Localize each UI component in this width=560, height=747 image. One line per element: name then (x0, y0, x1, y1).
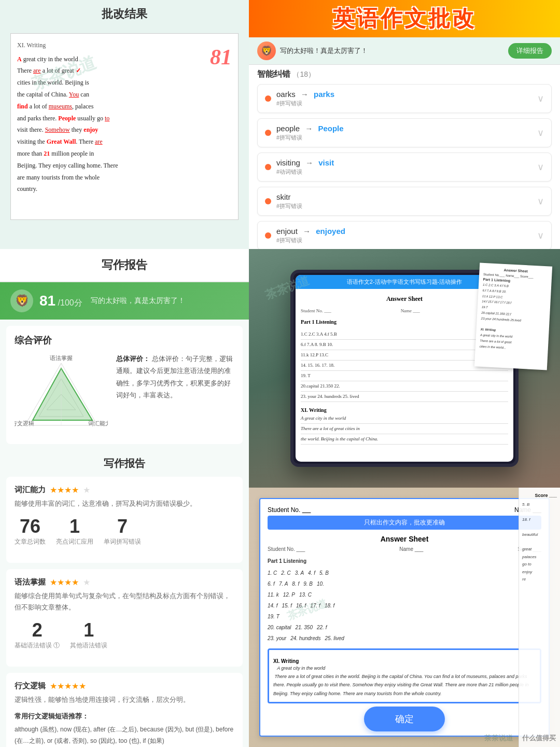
expand-button[interactable]: ∨ (537, 127, 544, 139)
app-header: 🦁 写的太好啦！真是太厉害了！ 详细报告 (249, 37, 560, 65)
logic-stars: ★★★★★ (50, 681, 86, 691)
confirm-button[interactable]: 确定 (364, 707, 445, 731)
correction-dot (265, 164, 271, 170)
writing-label: XI. Writing (273, 658, 536, 664)
main-title: 英语作文批改 (249, 4, 560, 33)
report-title: 写作报告 (0, 249, 249, 282)
correction-type: #拼写错误 (276, 202, 302, 210)
stat-label: 亮点词汇应用 (56, 537, 93, 546)
expand-button[interactable]: ∨ (537, 196, 544, 207)
correction-left: visiting → visit #动词错误 (265, 158, 334, 176)
listening-row-6: 20. capital 21. 350 22. f (268, 622, 541, 632)
correction-count: （18） (292, 70, 315, 78)
stat-number: 1 (70, 619, 107, 641)
correction-left: skitr #拼写错误 (265, 192, 302, 210)
paper-sheet: Answer Sheet Student No.___ Name___ Scor… (474, 262, 552, 370)
listening-title: Part 1 Listening (268, 556, 541, 566)
sheet-inner-header: Student No. ___ Name ___ Score ___ (268, 546, 541, 552)
grammar-section: 语法掌握 ★★★★ ★ 能够综合使用简单句式与复杂句式，在句型结构及标点方面有个… (6, 569, 243, 667)
score-max: /100分 (58, 298, 82, 307)
correction-type: #拼写错误 (276, 237, 345, 244)
correction-words: skitr (276, 192, 302, 201)
listening-row-7: 23. your 24. hundreds 25. lived (268, 633, 541, 643)
stat-number: 2 (15, 619, 60, 641)
vocabulary-desc: 能够使用丰富的词汇，达意准确，拼写及构词方面错误极少。 (15, 498, 234, 509)
svg-marker-6 (33, 368, 92, 420)
stat-basic-errors: 2 基础语法错误 ① (15, 619, 60, 650)
sheet-header: Student No. Name (268, 506, 541, 514)
svg-text:语法掌握: 语法掌握 (50, 355, 73, 361)
overall-section: 综合评价 语法掌握 行文逻辑 词汇能力 (6, 326, 243, 444)
hw-line: A great city in the world (301, 414, 508, 424)
correction-dot (265, 95, 271, 102)
app-header-left: 🦁 写的太好啦！真是太厉害了！ (257, 42, 368, 60)
correction-words: visiting → visit (276, 158, 334, 167)
listening-row-3: 11. k 12. P 13. C (268, 590, 541, 600)
report-button[interactable]: 详细报告 (508, 43, 552, 59)
photo-tablet-view: 语语作文2-活动中学语文书写练习题-活动操作 Answer Sheet Stud… (249, 249, 560, 488)
avatar-icon: 🦁 (257, 42, 276, 60)
stat-spelling-errors: 7 单词拼写错误 (104, 516, 141, 546)
writing-selection-box: XI. Writing A great city in the world Th… (268, 648, 541, 703)
score-main: 81 (39, 293, 55, 309)
right-photos: 语语作文2-活动中学语文书写练习题-活动操作 Answer Sheet Stud… (249, 249, 560, 747)
overall-comment: 总体评价： 总体评价：句子完整，逻辑通顺。建议今后更加注意语法使用的准确性，多学… (116, 353, 234, 402)
score-badge: 81 (210, 38, 232, 77)
correction-detail: oarks → parks #拼写错误 (276, 90, 334, 107)
stat-number: 76 (15, 516, 46, 537)
praise-text: 写的太好啦！真是太厉害了！ (280, 46, 368, 56)
hw-line: 20.capital 21.350 22. (301, 382, 508, 392)
essay-panel: 批改结果 81 XI. Writing A great city in the … (0, 0, 249, 249)
listening-row-4: 14. f 15. f 16. f 17. f 18. f (268, 601, 541, 611)
correction-type: #拼写错误 (276, 100, 334, 107)
stat-highlight-words: 1 亮点词汇应用 (56, 516, 93, 546)
highlight-banner: 只框出作文内容，批改更准确 (268, 516, 541, 530)
correction-words: enjout → enjoyed (276, 227, 345, 236)
detail-report-title: 写作报告 (0, 450, 249, 471)
correction-app-panel: 英语作文批改 🦁 写的太好啦！真是太厉害了！ 详细报告 智能纠错 （18） (249, 0, 560, 249)
writing-label: XI. Writing (301, 406, 508, 414)
correction-words: oarks → parks (276, 90, 334, 99)
grammar-stats: 2 基础语法错误 ① 1 其他语法错误 (15, 619, 234, 650)
photo-answer-sheet: Student No. Name 只框出作文内容，批改更准确 Answer Sh… (249, 488, 560, 747)
expand-button[interactable]: ∨ (537, 161, 544, 173)
suggestions-title: 常用行文逻辑短语推荐： (15, 712, 234, 721)
grammar-name: 语法掌握 (15, 577, 46, 587)
correction-left: oarks → parks #拼写错误 (265, 90, 334, 107)
corrections-section: 智能纠错 （18） oarks → parks #拼写错误 (249, 65, 560, 259)
zhide-badge: 什么值得买 (522, 734, 556, 743)
grammar-stars: ★★★★ (50, 577, 79, 587)
correction-dot (265, 130, 271, 136)
score-display: 81 /100分 (39, 293, 82, 309)
stat-label: 文章总词数 (15, 537, 46, 546)
vocabulary-stats: 76 文章总词数 1 亮点词汇应用 7 单词拼写错误 (15, 516, 234, 546)
vocabulary-section: 词汇能力 ★★★★ ★ 能够使用丰富的词汇，达意准确，拼写及构词方面错误极少。 … (6, 477, 243, 563)
expand-button[interactable]: ∨ (537, 93, 544, 104)
writing-essay-text: A great city in the world There are a lo… (273, 664, 536, 698)
correction-item: skitr #拼写错误 ∨ (257, 187, 552, 216)
answer-sheet-closeup: Student No. Name 只框出作文内容，批改更准确 Answer Sh… (259, 498, 550, 737)
correction-words: people → People (276, 124, 344, 133)
correction-item: enjout → enjoyed #拼写错误 ∨ (257, 221, 552, 250)
listening-row-2: 6. f 7. A 8. f 9. B 10. (268, 579, 541, 589)
essay-label: XI. Writing (17, 40, 232, 51)
stat-number: 7 (104, 516, 141, 537)
score-banner: 🦁 81 /100分 写的太好啦，真是太厉害了！ (0, 282, 249, 320)
radar-container: 语法掌握 行文逻辑 词汇能力 总体评价： (15, 353, 234, 436)
expand-button[interactable]: ∨ (537, 230, 544, 241)
radar-chart: 语法掌握 行文逻辑 词汇能力 (15, 353, 108, 436)
listening-row-1: 1. C 2. C 3. A 4. f 5. B (268, 568, 541, 578)
correction-item: visiting → visit #动词错误 ∨ (257, 153, 552, 182)
correction-detail: skitr #拼写错误 (276, 192, 302, 210)
correction-detail: visiting → visit #动词错误 (276, 158, 334, 176)
stat-label: 基础语法错误 ① (15, 641, 60, 650)
hw-line: There are a lot of great cities in (301, 425, 508, 434)
vocabulary-stars: ★★★★ (50, 485, 79, 495)
corrections-title: 智能纠错 (257, 70, 290, 78)
vocabulary-name: 词汇能力 (15, 485, 46, 495)
correction-left: enjout → enjoyed #拼写错误 (265, 227, 345, 244)
listening-section: Part 1 Listening 1. C 2. C 3. A 4. f 5. … (268, 556, 541, 643)
stat-other-errors: 1 其他语法错误 (70, 619, 107, 650)
confirm-button-area: 确定 (364, 707, 445, 731)
listening-row-5: 19. T (268, 612, 541, 621)
